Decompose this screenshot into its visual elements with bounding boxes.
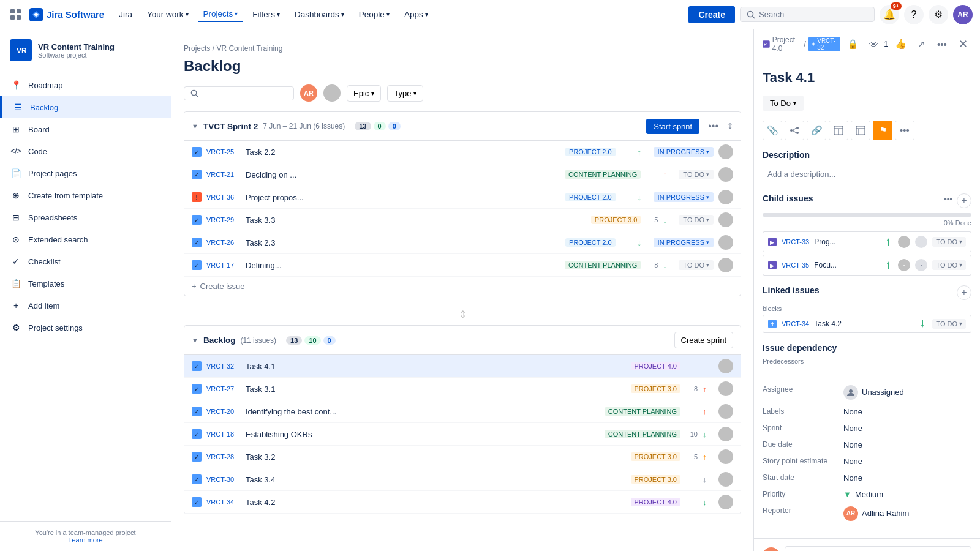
breadcrumb-project[interactable]: VR Content Training: [216, 44, 282, 53]
backlog-issue-row[interactable]: ✓ VRCT-27 Task 3.1 PROJECT 3.0 8 ↑: [184, 378, 741, 400]
sidebar-item-project-pages[interactable]: 📄 Project pages: [0, 162, 171, 184]
start-sprint-button[interactable]: Start sprint: [646, 119, 699, 134]
type-filter[interactable]: Type ▾: [387, 85, 423, 102]
table2-icon[interactable]: [851, 121, 870, 140]
status-badge[interactable]: TO DO ▾: [679, 170, 714, 179]
learn-more-link[interactable]: Learn more: [68, 536, 102, 544]
backlog-issue-row[interactable]: ✓ VRCT-34 Task 4.2 PROJECT 4.0 ↓: [184, 491, 741, 514]
sprint-issue-row[interactable]: ✓ VRCT-29 Task 3.3 PROJECT 3.0 5 ↓ TO DO…: [184, 209, 741, 231]
user-avatar[interactable]: AR: [953, 5, 973, 24]
settings-button[interactable]: ⚙: [929, 5, 948, 24]
child-assignee-1: -: [915, 236, 927, 248]
add-linked-issue-button[interactable]: +: [957, 285, 971, 300]
backlog-issue-row[interactable]: ✓ VRCT-28 Task 3.2 PROJECT 3.0 5 ↑: [184, 446, 741, 468]
eye-icon[interactable]: 👁: [865, 36, 882, 53]
create-sprint-button[interactable]: Create sprint: [674, 332, 733, 348]
assignee-value[interactable]: Unassigned: [843, 385, 904, 400]
notification-bell[interactable]: 🔔 9+: [880, 5, 899, 24]
breadcrumb-projects[interactable]: Projects: [184, 44, 210, 53]
grid-menu-icon[interactable]: [7, 6, 24, 23]
sidebar-item-backlog[interactable]: ☰ Backlog: [0, 96, 171, 118]
nav-people[interactable]: People ▾: [354, 7, 394, 21]
nav-apps[interactable]: Apps ▾: [399, 7, 433, 21]
jira-logo[interactable]: Jira Software: [29, 8, 104, 21]
drag-divider[interactable]: ⇕: [184, 304, 741, 325]
lock-icon[interactable]: 🔒: [844, 36, 861, 53]
nav-yourwork[interactable]: Your work ▾: [142, 7, 194, 21]
child-issue-row-1[interactable]: ▶ VRCT-33 Prog... - - TO DO ▾: [763, 231, 971, 252]
sprint-toggle[interactable]: ▼: [192, 122, 198, 130]
close-icon[interactable]: ✕: [954, 36, 971, 53]
priority-row: Priority ▼ Medium: [763, 490, 971, 499]
child-status-1[interactable]: TO DO ▾: [932, 237, 966, 247]
nav-dashboards[interactable]: Dashboards ▾: [290, 7, 349, 21]
sidebar-item-add-item[interactable]: + Add item: [0, 294, 171, 317]
backlog-issue-row[interactable]: ✓ VRCT-20 Identifying the best cont... C…: [184, 400, 741, 423]
link-icon[interactable]: 🔗: [807, 121, 826, 140]
linked-issue-row-1[interactable]: VRCT-34 Task 4.2 TO DO ▾: [763, 315, 971, 333]
sidebar-item-extended-search[interactable]: ⊙ Extended search: [0, 228, 171, 250]
sidebar-item-roadmap[interactable]: 📍 Roadmap: [0, 74, 171, 96]
filter-avatar-2[interactable]: [323, 84, 341, 102]
attachment-icon[interactable]: 📎: [763, 121, 782, 140]
priority-value[interactable]: ▼ Medium: [843, 490, 883, 499]
sprint-issue-row[interactable]: ✓ VRCT-25 Task 2.2 PROJECT 2.0 ↑ IN PROG…: [184, 141, 741, 163]
epic-filter[interactable]: Epic ▾: [347, 85, 381, 102]
status-badge[interactable]: TO DO ▾: [679, 215, 714, 225]
backlog-issue-row[interactable]: ✓ VRCT-32 Task 4.1 PROJECT 4.0: [184, 355, 741, 378]
status-badge[interactable]: IN PROGRESS ▾: [654, 192, 714, 202]
linked-status[interactable]: TO DO ▾: [932, 319, 966, 329]
sidebar-item-board[interactable]: ⊞ Board: [0, 118, 171, 140]
svg-rect-0: [10, 9, 15, 13]
comment-input[interactable]: Add a comment...: [785, 546, 971, 551]
create-button[interactable]: Create: [688, 6, 735, 23]
sprint-issue-row[interactable]: ✓ VRCT-26 Task 2.3 PROJECT 2.0 ↓ IN PROG…: [184, 231, 741, 254]
thumbsup-icon[interactable]: 👍: [892, 36, 909, 53]
sprint-more-button[interactable]: •••: [704, 118, 722, 134]
top-navigation: Jira Software Jira Your work ▾ Projects …: [0, 0, 980, 29]
backlog-issue-row[interactable]: ✓ VRCT-18 Establishing OKRs CONTENT PLAN…: [184, 423, 741, 446]
sidebar-item-create-template[interactable]: ⊕ Create from template: [0, 184, 171, 206]
nav-filters[interactable]: Filters ▾: [247, 7, 285, 21]
add-child-issue-button[interactable]: +: [957, 193, 971, 208]
toolbar: AR Epic ▾ Type ▾: [184, 84, 741, 102]
child-status-2[interactable]: TO DO ▾: [932, 260, 966, 270]
child-issue-key-2[interactable]: VRCT-35: [782, 261, 809, 269]
backlog-toggle[interactable]: ▼: [192, 337, 198, 344]
child-more-icon[interactable]: •••: [942, 193, 954, 206]
child-icon[interactable]: [785, 121, 804, 140]
sprint-issue-row[interactable]: ! VRCT-36 Project propos... PROJECT 2.0 …: [184, 186, 741, 209]
sidebar-item-checklist[interactable]: ✓ Checklist: [0, 250, 171, 272]
share-icon[interactable]: ↗: [913, 36, 930, 53]
breadcrumb-project-link[interactable]: Project 4.0: [772, 36, 802, 53]
sidebar-item-code[interactable]: </> Code: [0, 140, 171, 162]
sidebar-item-templates[interactable]: 📋 Templates: [0, 272, 171, 294]
create-issue-row[interactable]: + Create issue: [184, 277, 741, 296]
sidebar-item-spreadsheets[interactable]: ⊟ Spreadsheets: [0, 206, 171, 228]
description-input[interactable]: Add a description...: [763, 165, 971, 184]
search-box[interactable]: Search: [740, 7, 875, 22]
flag-icon[interactable]: ⚑: [873, 121, 892, 140]
sidebar-item-project-settings[interactable]: ⚙ Project settings: [0, 317, 171, 339]
table-icon[interactable]: [829, 121, 848, 140]
help-button[interactable]: ?: [904, 5, 924, 24]
status-badge[interactable]: IN PROGRESS ▾: [654, 238, 714, 247]
task-body: Task 4.1 To Do ▾ 📎 🔗: [754, 59, 980, 538]
assignee-row: Assignee Unassigned: [763, 385, 971, 400]
sprint-issue-row[interactable]: ✓ VRCT-21 Deciding on ... CONTENT PLANNI…: [184, 163, 741, 186]
more-icon[interactable]: •••: [933, 36, 951, 53]
child-issue-key-1[interactable]: VRCT-33: [782, 238, 809, 246]
sprint-issue-row[interactable]: ✓ VRCT-17 Defining... CONTENT PLANNING 8…: [184, 254, 741, 277]
status-dropdown[interactable]: To Do ▾: [763, 96, 804, 111]
status-badge[interactable]: TO DO ▾: [679, 260, 714, 270]
roadmap-icon: 📍: [10, 79, 22, 91]
status-badge[interactable]: IN PROGRESS ▾: [654, 147, 714, 157]
nav-projects[interactable]: Projects ▾: [198, 7, 243, 22]
backlog-search[interactable]: [184, 86, 294, 100]
linked-issue-key[interactable]: VRCT-34: [782, 320, 809, 328]
child-issue-row-2[interactable]: ▶ VRCT-35 Focu... - - TO DO ▾: [763, 255, 971, 276]
nav-jira[interactable]: Jira: [114, 7, 137, 21]
action-more-icon[interactable]: •••: [895, 121, 914, 140]
filter-avatar-1[interactable]: AR: [300, 84, 317, 102]
backlog-issue-row[interactable]: ✓ VRCT-30 Task 3.4 PROJECT 3.0 ↓: [184, 468, 741, 491]
